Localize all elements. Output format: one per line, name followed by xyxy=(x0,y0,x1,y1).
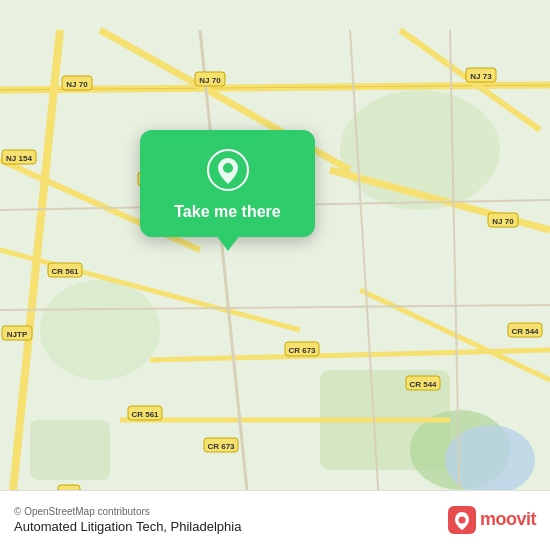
bottom-left-info: © OpenStreetMap contributors Automated L… xyxy=(14,506,241,534)
location-text: Automated Litigation Tech, Philadelphia xyxy=(14,519,241,534)
svg-text:CR 673: CR 673 xyxy=(288,346,316,355)
svg-point-2 xyxy=(40,280,160,380)
map-roads: NJ 70 NJ 70 NJ 73 NJ 154 NJTP NJ 70 CR 5… xyxy=(0,0,550,550)
svg-rect-5 xyxy=(30,420,110,480)
moovit-icon xyxy=(448,506,476,534)
location-pin-icon xyxy=(206,148,250,192)
copyright-text: © OpenStreetMap contributors xyxy=(14,506,241,517)
svg-text:NJ 70: NJ 70 xyxy=(492,217,514,226)
svg-text:CR 544: CR 544 xyxy=(511,327,539,336)
popup-card[interactable]: Take me there xyxy=(140,130,315,237)
svg-text:NJ 73: NJ 73 xyxy=(470,72,492,81)
svg-text:NJ 70: NJ 70 xyxy=(66,80,88,89)
moovit-label: moovit xyxy=(480,509,536,530)
take-me-there-button[interactable]: Take me there xyxy=(174,202,280,221)
svg-text:CR 544: CR 544 xyxy=(409,380,437,389)
svg-text:CR 561: CR 561 xyxy=(131,410,159,419)
svg-text:NJTP: NJTP xyxy=(7,330,28,339)
bottom-bar: © OpenStreetMap contributors Automated L… xyxy=(0,490,550,550)
svg-point-54 xyxy=(458,516,465,523)
moovit-logo: moovit xyxy=(448,506,536,534)
svg-point-52 xyxy=(223,163,233,173)
svg-text:NJ 154: NJ 154 xyxy=(6,154,32,163)
svg-text:CR 673: CR 673 xyxy=(207,442,235,451)
map-container: NJ 70 NJ 70 NJ 73 NJ 154 NJTP NJ 70 CR 5… xyxy=(0,0,550,550)
svg-text:NJ 70: NJ 70 xyxy=(199,76,221,85)
svg-text:CR 561: CR 561 xyxy=(51,267,79,276)
